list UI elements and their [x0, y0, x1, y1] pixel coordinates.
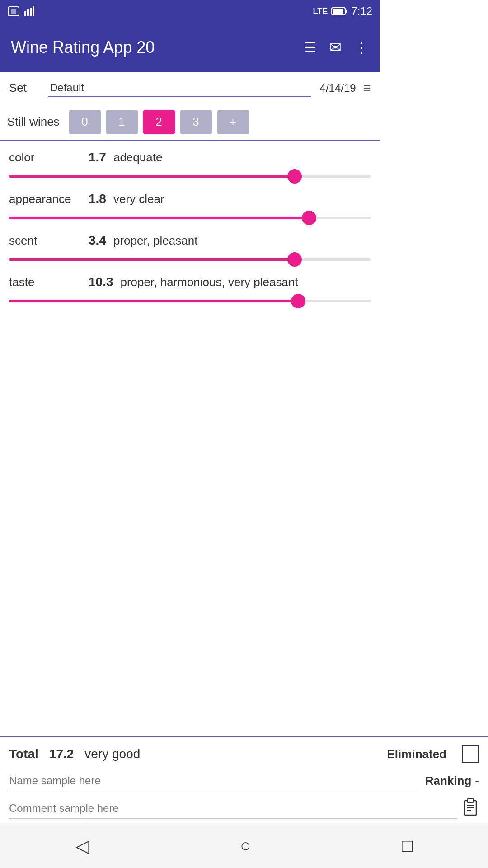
home-button[interactable]: ○ — [240, 835, 251, 856]
nav-bar: ◁ ○ □ — [0, 823, 380, 868]
status-bar-right: LTE 7:12 — [313, 5, 372, 18]
svg-rect-3 — [27, 9, 29, 16]
tab-3[interactable]: 3 — [180, 110, 212, 134]
set-row: Set 4/14/19 ≡ — [0, 72, 380, 104]
name-input[interactable] — [9, 771, 380, 791]
rating-row-taste: taste 10.3 proper, harmonious, very plea… — [9, 266, 371, 307]
scent-label: scent — [9, 234, 81, 248]
more-icon[interactable]: ⋮ — [354, 39, 369, 56]
mail-icon[interactable]: ✉ — [329, 39, 342, 56]
comment-row — [0, 794, 380, 823]
scent-slider[interactable] — [9, 253, 371, 266]
app-bar-actions: ☰ ✉ ⋮ — [304, 39, 369, 56]
svg-rect-4 — [30, 8, 32, 16]
appearance-desc: very clear — [113, 192, 164, 206]
lte-label: LTE — [313, 7, 328, 16]
wine-tabs-row: Still wines 0 1 2 3 + — [0, 104, 380, 140]
name-row: Ranking - — [0, 771, 380, 794]
signal-icon — [23, 5, 36, 18]
tab-plus[interactable]: + — [217, 110, 249, 134]
back-button[interactable]: ◁ — [75, 835, 89, 856]
list-icon[interactable]: ☰ — [304, 39, 317, 56]
total-desc: very good — [84, 747, 376, 761]
taste-slider[interactable] — [9, 295, 371, 307]
battery-icon — [331, 6, 347, 16]
svg-rect-5 — [33, 6, 34, 16]
appearance-value: 1.8 — [89, 192, 106, 206]
taste-label: taste — [9, 275, 81, 289]
svg-rect-7 — [333, 9, 343, 14]
appearance-label: appearance — [9, 192, 81, 206]
rating-row-scent: scent 3.4 proper, pleasant — [9, 224, 371, 266]
color-slider[interactable] — [9, 170, 371, 183]
time-display: 7:12 — [351, 5, 372, 18]
status-bar-left — [7, 5, 36, 18]
still-wines-label: Still wines — [7, 115, 60, 129]
color-value: 1.7 — [89, 150, 106, 165]
status-bar: LTE 7:12 — [0, 0, 380, 23]
set-menu-icon[interactable]: ≡ — [363, 81, 371, 95]
set-label: Set — [9, 81, 41, 95]
total-value: 17.2 — [49, 747, 74, 761]
total-label: Total — [9, 747, 38, 761]
appearance-slider[interactable] — [9, 212, 371, 224]
total-row: Total 17.2 very good Eliminated — [0, 737, 380, 771]
svg-rect-8 — [345, 10, 347, 13]
comment-input[interactable] — [9, 798, 380, 819]
scent-desc: proper, pleasant — [113, 234, 197, 248]
set-date: 4/14/19 — [320, 82, 356, 94]
taste-desc: proper, harmonious, very pleasant — [121, 275, 298, 289]
rating-section: color 1.7 adequate appearance 1.8 very c… — [0, 141, 380, 307]
taste-value: 10.3 — [89, 275, 113, 289]
set-input[interactable] — [48, 80, 311, 97]
app-title: Wine Rating App 20 — [11, 38, 155, 57]
tab-0[interactable]: 0 — [69, 110, 101, 134]
bottom-section: Total 17.2 very good Eliminated Ranking … — [0, 736, 380, 823]
scent-value: 3.4 — [89, 233, 106, 248]
tab-1[interactable]: 1 — [106, 110, 138, 134]
rating-row-appearance: appearance 1.8 very clear — [9, 183, 371, 224]
rating-row-color: color 1.7 adequate — [9, 141, 371, 183]
svg-rect-2 — [24, 11, 26, 16]
color-label: color — [9, 151, 81, 165]
sim-icon — [7, 5, 20, 18]
tab-2[interactable]: 2 — [143, 110, 175, 134]
app-bar: Wine Rating App 20 ☰ ✉ ⋮ — [0, 23, 380, 72]
svg-rect-1 — [11, 9, 16, 14]
color-desc: adequate — [113, 151, 162, 165]
